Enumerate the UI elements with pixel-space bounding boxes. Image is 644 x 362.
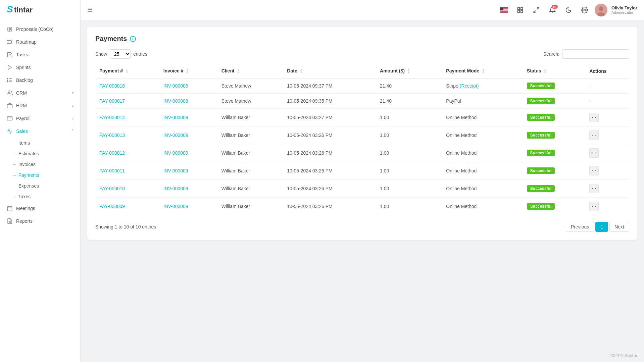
date-cell: 10-05-2024 03:26 PM: [283, 144, 376, 162]
actions-cell: ⋯: [585, 198, 629, 215]
svg-line-50: [534, 10, 536, 12]
table-row: PAY-000011INV-000009William Baker10-05-2…: [95, 162, 629, 180]
sidebar-item-tasks[interactable]: Tasks: [0, 48, 80, 61]
pagination-row: Showing 1 to 10 of 10 entries Previous 1…: [95, 222, 629, 232]
payment-num-link[interactable]: PAY-000011: [99, 168, 125, 173]
col-amount[interactable]: Amount ($) ▲▼: [376, 64, 442, 78]
sidebar-item-proposals[interactable]: Proposals (CoCo): [0, 23, 80, 36]
status-cell: Successful: [523, 109, 585, 126]
user-avatar[interactable]: [595, 4, 607, 16]
dark-mode-icon[interactable]: [562, 4, 575, 16]
actions-cell: ⋯: [585, 109, 629, 126]
payroll-chevron: ›: [72, 116, 73, 121]
sidebar-item-reports[interactable]: Reports: [0, 215, 80, 227]
pagination-controls: Previous 1 Next: [566, 222, 629, 232]
sidebar-item-meetings[interactable]: Meetings: [0, 202, 80, 215]
sidebar-item-crm[interactable]: CRM ›: [0, 87, 80, 99]
action-menu-button[interactable]: ⋯: [589, 148, 599, 158]
status-badge: Successful: [527, 150, 555, 156]
col-invoice-num[interactable]: Invoice # ▲▼: [159, 64, 217, 78]
col-date[interactable]: Date ▲▼: [283, 64, 376, 78]
col-payment-mode[interactable]: Payment Mode ▲▼: [442, 64, 523, 78]
invoice-num-link[interactable]: INV-000009: [163, 168, 188, 173]
sidebar-item-sales[interactable]: Sales ˅: [0, 125, 80, 138]
sidebar-item-estimates[interactable]: – Estimates: [0, 148, 80, 159]
hamburger-icon[interactable]: ☰: [87, 6, 93, 14]
col-client[interactable]: Client ▲▼: [217, 64, 283, 78]
sidebar-item-backlog[interactable]: Backlog: [0, 74, 80, 87]
next-button[interactable]: Next: [609, 222, 629, 232]
payment-num-link[interactable]: PAY-000010: [99, 186, 125, 191]
footer-text: 2024 © Stintar: [609, 353, 637, 358]
payment-num-link[interactable]: PAY-000012: [99, 150, 125, 156]
amount-cell: 1.00: [376, 144, 442, 162]
search-input[interactable]: [562, 49, 629, 59]
invoice-num-link[interactable]: INV-000009: [163, 133, 188, 138]
col-status[interactable]: Status ▲▼: [523, 64, 585, 78]
notification-badge: 54: [552, 5, 558, 9]
client-cell: William Baker: [217, 144, 283, 162]
info-icon[interactable]: i: [130, 36, 136, 42]
sidebar-item-hrm[interactable]: HRM ›: [0, 99, 80, 112]
status-cell: Successful: [523, 144, 585, 162]
status-badge: Successful: [527, 203, 555, 210]
action-menu-button[interactable]: ⋯: [589, 184, 599, 193]
sidebar-item-taxes[interactable]: – Taxes: [0, 191, 80, 202]
settings-icon[interactable]: [579, 4, 591, 16]
search-control: Search:: [543, 49, 629, 59]
sales-chevron: ˅: [71, 129, 73, 134]
sidebar-item-items[interactable]: – Items: [0, 138, 80, 148]
svg-rect-47: [517, 10, 519, 12]
payments-card: Payments i Show 25 10 50 100 entries Sea…: [87, 27, 637, 240]
invoice-num-link[interactable]: INV-000008: [163, 83, 188, 89]
payment-num-link[interactable]: PAY-000018: [99, 83, 125, 89]
payment-num-link[interactable]: PAY-000017: [99, 98, 125, 104]
sidebar-label-hrm: HRM: [16, 103, 27, 108]
invoice-num-link[interactable]: INV-000009: [163, 186, 188, 191]
payment-num-link[interactable]: PAY-000014: [99, 115, 125, 120]
user-info[interactable]: Olivia Taylor Administrator: [611, 5, 637, 14]
sidebar-label-items: Items: [18, 140, 30, 146]
sidebar-item-expenses[interactable]: – Expenses: [0, 180, 80, 191]
sidebar-item-payroll[interactable]: Payroll ›: [0, 112, 80, 125]
svg-rect-23: [7, 117, 12, 120]
sidebar-item-roadmap[interactable]: Roadmap: [0, 36, 80, 48]
table-row: PAY-000012INV-000009William Baker10-05-2…: [95, 144, 629, 162]
grid-icon[interactable]: [514, 4, 526, 16]
client-cell: Steve Mathew: [217, 78, 283, 94]
action-menu-button[interactable]: ⋯: [589, 166, 599, 175]
invoice-num-link[interactable]: INV-000009: [163, 204, 188, 209]
show-label: Show: [95, 51, 107, 57]
payment-mode-cell: Online Method: [442, 126, 523, 144]
payment-num-link[interactable]: PAY-000009: [99, 204, 125, 209]
sort-payment-mode: ▲▼: [482, 68, 485, 74]
svg-rect-41: [500, 11, 508, 11]
page-1-button[interactable]: 1: [595, 222, 608, 232]
fullscreen-icon[interactable]: [530, 4, 542, 16]
status-cell: Successful: [523, 162, 585, 180]
invoice-num-link[interactable]: INV-000008: [163, 98, 188, 104]
table-row: PAY-000010INV-000009William Baker10-05-2…: [95, 180, 629, 198]
notification-icon[interactable]: 54: [546, 4, 558, 16]
action-menu-button[interactable]: ⋯: [589, 113, 599, 122]
date-cell: 10-05-2024 03:26 PM: [283, 126, 376, 144]
invoice-num-link[interactable]: INV-000009: [163, 115, 188, 120]
sidebar-item-payments[interactable]: – Payments: [0, 170, 80, 180]
language-selector[interactable]: [498, 4, 510, 16]
invoice-num-link[interactable]: INV-000009: [163, 150, 188, 156]
sidebar-item-sprints[interactable]: Sprints: [0, 61, 80, 74]
payment-mode-cell: Online Method: [442, 109, 523, 126]
sidebar-item-invoices[interactable]: – Invoices: [0, 159, 80, 170]
col-payment-num[interactable]: Payment # ▲▼: [95, 64, 159, 78]
receipt-link[interactable]: (Receipt): [460, 83, 479, 89]
svg-point-51: [584, 9, 585, 11]
svg-point-6: [7, 40, 8, 41]
payment-num-link[interactable]: PAY-000013: [99, 133, 125, 138]
entries-select[interactable]: 25 10 50 100: [110, 49, 131, 59]
action-menu-button[interactable]: ⋯: [589, 202, 599, 211]
sidebar-label-reports: Reports: [16, 218, 33, 224]
action-menu-button[interactable]: ⋯: [589, 131, 599, 140]
status-cell: Successful: [523, 198, 585, 215]
prev-button[interactable]: Previous: [566, 222, 594, 232]
svg-point-8: [7, 43, 8, 44]
